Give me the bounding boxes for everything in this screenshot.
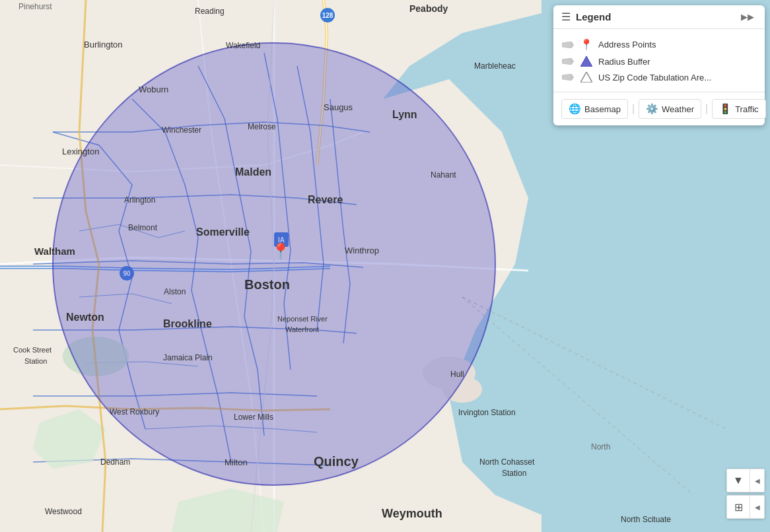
grid-control-pair: ⊞ ◀ xyxy=(726,495,765,519)
legend-body: 📍 Address Points Radius Buffer xyxy=(553,29,765,92)
radius-buffer-label: Radius Buffer xyxy=(598,57,650,67)
address-pin: 📍 xyxy=(271,242,291,261)
legend-title: Legend xyxy=(576,11,611,22)
legend-collapse-button[interactable]: ▶▶ xyxy=(738,11,757,23)
footer-divider-1: | xyxy=(631,103,636,115)
legend-footer: 🌐 Basemap | ⚙️ Weather | 🚦 Traffic xyxy=(553,92,765,125)
footer-divider-2: | xyxy=(704,103,709,115)
legend-item-address-points: 📍 Address Points xyxy=(561,36,757,53)
svg-point-13 xyxy=(53,43,495,485)
legend-pencil-3 xyxy=(561,73,575,82)
legend-pencil-1 xyxy=(561,40,575,50)
filter-button[interactable]: ▼ xyxy=(726,469,750,492)
zip-code-label: US Zip Code Tabulation Are... xyxy=(598,73,711,83)
map-container: 128 IA 90 xyxy=(0,0,770,532)
weather-button[interactable]: ⚙️ Weather xyxy=(639,99,701,119)
zip-code-symbol xyxy=(580,72,593,83)
legend-title-row: ☰ Legend xyxy=(561,11,611,23)
address-points-label: Address Points xyxy=(598,40,656,50)
legend-pencil-2 xyxy=(561,57,575,66)
weather-icon: ⚙️ xyxy=(646,103,658,115)
legend-menu-icon: ☰ xyxy=(561,11,571,23)
traffic-button[interactable]: 🚦 Traffic xyxy=(712,99,765,119)
filter-icon: ▼ xyxy=(733,475,744,486)
legend-item-radius-buffer: Radius Buffer xyxy=(561,53,757,69)
filter-collapse-icon: ◀ xyxy=(755,477,760,484)
grid-collapse-icon: ◀ xyxy=(755,504,760,511)
bottom-controls: ▼ ◀ ⊞ ◀ xyxy=(726,469,765,519)
svg-marker-21 xyxy=(580,72,592,83)
svg-marker-16 xyxy=(562,58,574,65)
basemap-globe-icon: 🌐 xyxy=(569,103,581,115)
svg-marker-18 xyxy=(580,56,592,67)
basemap-label: Basemap xyxy=(584,104,621,114)
svg-marker-14 xyxy=(562,42,574,48)
legend-header: ☰ Legend ▶▶ xyxy=(553,5,765,29)
legend-panel: ☰ Legend ▶▶ 📍 Address Points xyxy=(553,5,765,125)
svg-text:128: 128 xyxy=(322,12,333,19)
svg-marker-19 xyxy=(562,74,574,81)
weather-label: Weather xyxy=(662,104,694,114)
filter-control-pair: ▼ ◀ xyxy=(726,469,765,492)
radius-buffer-symbol xyxy=(580,56,593,67)
grid-button[interactable]: ⊞ xyxy=(726,495,750,519)
traffic-icon: 🚦 xyxy=(719,103,732,115)
filter-collapse-button[interactable]: ◀ xyxy=(750,469,765,492)
legend-item-zip-code: US Zip Code Tabulation Are... xyxy=(561,69,757,85)
grid-collapse-button[interactable]: ◀ xyxy=(750,495,765,519)
grid-icon: ⊞ xyxy=(734,501,743,514)
traffic-label: Traffic xyxy=(735,104,758,114)
basemap-button[interactable]: 🌐 Basemap xyxy=(561,99,628,119)
address-points-symbol: 📍 xyxy=(580,38,593,51)
